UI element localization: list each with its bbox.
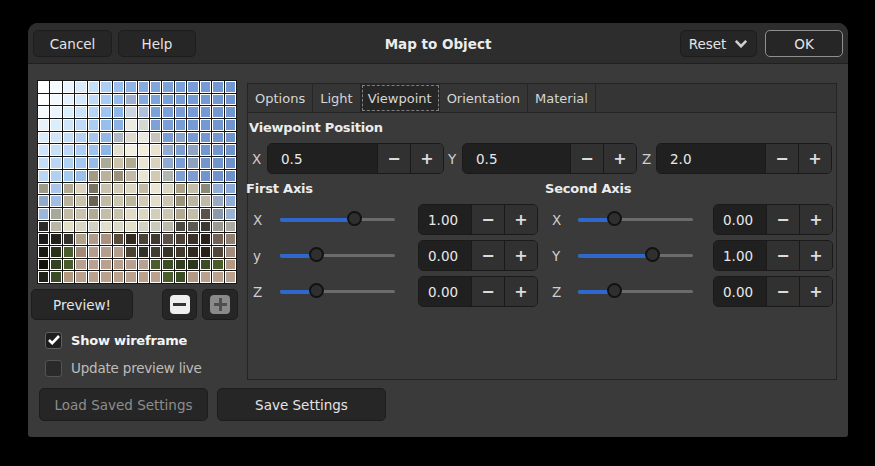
wireframe-cell <box>225 119 236 131</box>
wireframe-cell <box>100 195 111 207</box>
wireframe-cell <box>225 157 236 169</box>
wireframe-cell <box>200 208 211 220</box>
second-axis-z-increment-button[interactable]: + <box>799 277 832 306</box>
first-axis-y-slider[interactable] <box>280 240 395 271</box>
wireframe-cell <box>162 132 173 144</box>
slider-knob[interactable] <box>309 283 324 298</box>
viewpoint-y-input[interactable]: 0.5 <box>463 144 570 173</box>
viewpoint-x-input[interactable]: 0.5 <box>268 144 377 173</box>
first-axis-x-increment-button[interactable]: + <box>504 205 537 234</box>
wireframe-cell <box>88 106 99 118</box>
tab-viewpoint[interactable]: Viewpoint <box>361 84 440 112</box>
second-axis-y-increment-button[interactable]: + <box>799 241 832 270</box>
wireframe-cell <box>113 259 124 271</box>
zoom-out-icon <box>170 295 190 314</box>
wireframe-cell <box>150 144 161 156</box>
wireframe-cell <box>225 144 236 156</box>
viewpoint-y-label: Y <box>448 151 456 167</box>
first-axis-x-input[interactable]: 1.00 <box>419 205 471 234</box>
second-axis-y-input[interactable]: 1.00 <box>714 241 766 270</box>
slider-knob[interactable] <box>309 247 324 262</box>
wireframe-cell <box>50 132 61 144</box>
viewpoint-x-decrement-button[interactable]: − <box>377 144 410 173</box>
viewpoint-x-increment-button[interactable]: + <box>410 144 443 173</box>
wireframe-cell <box>150 170 161 182</box>
wireframe-cell <box>75 183 86 195</box>
second-axis-x-input[interactable]: 0.00 <box>714 205 766 234</box>
wireframe-cell <box>138 144 149 156</box>
first-axis-x-decrement-button[interactable]: − <box>471 205 504 234</box>
wireframe-cell <box>38 259 49 271</box>
first-axis-z-spinner: 0.00 − + <box>418 276 538 307</box>
wireframe-cell <box>187 221 198 233</box>
first-axis-x-label: X <box>253 212 262 228</box>
wireframe-cell <box>63 119 74 131</box>
load-saved-settings-button[interactable]: Load Saved Settings <box>39 388 208 421</box>
wireframe-cell <box>100 132 111 144</box>
viewpoint-z-decrement-button[interactable]: − <box>765 144 798 173</box>
wireframe-cell <box>50 259 61 271</box>
wireframe-cell <box>150 259 161 271</box>
show-wireframe-checkbox[interactable] <box>45 332 62 349</box>
second-axis-y-slider[interactable] <box>578 240 693 271</box>
wireframe-cell <box>212 157 223 169</box>
slider-knob[interactable] <box>347 211 362 226</box>
second-axis-z-decrement-button[interactable]: − <box>766 277 799 306</box>
wireframe-cell <box>88 132 99 144</box>
update-preview-live-checkbox[interactable] <box>45 360 62 377</box>
tab-options[interactable]: Options <box>248 84 313 112</box>
wireframe-cell <box>125 221 136 233</box>
wireframe-cell <box>113 157 124 169</box>
preview-button[interactable]: Preview! <box>31 289 133 320</box>
first-axis-y-input[interactable]: 0.00 <box>419 241 471 270</box>
zoom-out-button[interactable] <box>162 289 197 320</box>
first-axis-x-slider[interactable] <box>280 204 395 235</box>
viewpoint-z-input[interactable]: 2.0 <box>657 144 765 173</box>
wireframe-cell <box>150 221 161 233</box>
wireframe-cell <box>100 144 111 156</box>
wireframe-cell <box>200 233 211 245</box>
first-axis-z-increment-button[interactable]: + <box>504 277 537 306</box>
reset-button[interactable]: Reset <box>680 30 757 57</box>
second-axis-x-slider[interactable] <box>578 204 693 235</box>
wireframe-cell <box>138 208 149 220</box>
second-axis-x-decrement-button[interactable]: − <box>766 205 799 234</box>
slider-knob[interactable] <box>607 211 622 226</box>
wireframe-cell <box>187 259 198 271</box>
second-axis-x-increment-button[interactable]: + <box>799 205 832 234</box>
wireframe-cell <box>38 119 49 131</box>
second-axis-z-slider[interactable] <box>578 276 693 307</box>
viewpoint-y-increment-button[interactable]: + <box>603 144 636 173</box>
tab-orientation[interactable]: Orientation <box>440 84 528 112</box>
second-axis-y-decrement-button[interactable]: − <box>766 241 799 270</box>
zoom-in-button[interactable] <box>202 289 238 320</box>
wireframe-cell <box>225 221 236 233</box>
slider-knob[interactable] <box>645 247 660 262</box>
wireframe-cell <box>125 259 136 271</box>
wireframe-cell <box>138 195 149 207</box>
first-axis-z-decrement-button[interactable]: − <box>471 277 504 306</box>
first-axis-z-slider[interactable] <box>280 276 395 307</box>
chevron-down-icon <box>734 39 748 48</box>
viewpoint-position-title: Viewpoint Position <box>249 120 383 135</box>
wireframe-cell <box>50 170 61 182</box>
save-settings-button[interactable]: Save Settings <box>217 388 386 421</box>
first-axis-y-increment-button[interactable]: + <box>504 241 537 270</box>
wireframe-cell <box>50 271 61 283</box>
first-axis-z-input[interactable]: 0.00 <box>419 277 471 306</box>
first-axis-y-decrement-button[interactable]: − <box>471 241 504 270</box>
wireframe-cell <box>63 221 74 233</box>
tab-material[interactable]: Material <box>528 84 596 112</box>
wireframe-cell <box>88 221 99 233</box>
viewpoint-z-increment-button[interactable]: + <box>798 144 831 173</box>
wireframe-cell <box>113 94 124 106</box>
wireframe-cell <box>100 208 111 220</box>
slider-knob[interactable] <box>607 283 622 298</box>
second-axis-z-input[interactable]: 0.00 <box>714 277 766 306</box>
wireframe-cell <box>187 170 198 182</box>
tab-light[interactable]: Light <box>313 84 360 112</box>
second-axis-x-spinner: 0.00 − + <box>713 204 833 235</box>
ok-button[interactable]: OK <box>765 30 843 57</box>
viewpoint-y-decrement-button[interactable]: − <box>570 144 603 173</box>
wireframe-cell <box>88 119 99 131</box>
